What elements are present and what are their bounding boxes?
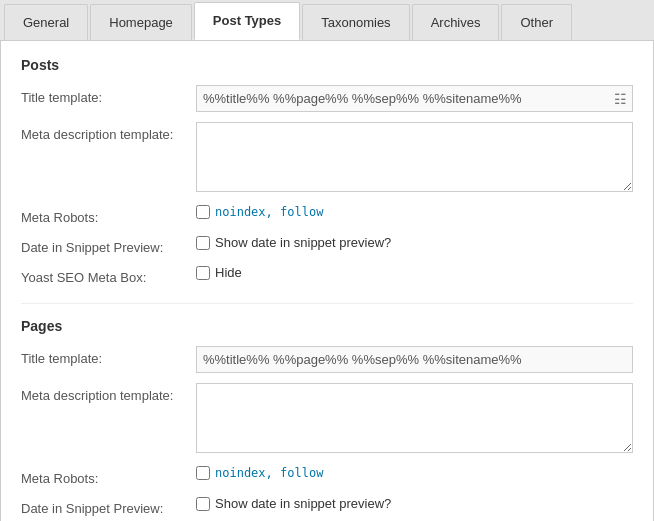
- posts-yoast-meta-checkbox-label: Hide: [215, 265, 242, 280]
- posts-meta-robots-control: noindex, follow: [196, 205, 633, 219]
- posts-title-template-label: Title template:: [21, 85, 196, 105]
- pages-meta-robots-checkbox[interactable]: [196, 466, 210, 480]
- pages-title-template-control: [196, 346, 633, 373]
- pages-date-snippet-control: Show date in snippet preview?: [196, 496, 633, 511]
- pages-meta-robots-row: Meta Robots: noindex, follow: [21, 466, 633, 486]
- tab-taxonomies[interactable]: Taxonomies: [302, 4, 409, 40]
- posts-meta-robots-row: Meta Robots: noindex, follow: [21, 205, 633, 225]
- content-area: Posts Title template: ☷ Meta description…: [0, 41, 654, 521]
- tab-bar: General Homepage Post Types Taxonomies A…: [0, 0, 654, 41]
- pages-date-snippet-row: Date in Snippet Preview: Show date in sn…: [21, 496, 633, 516]
- tab-post-types[interactable]: Post Types: [194, 2, 300, 40]
- posts-title-template-input[interactable]: [196, 85, 633, 112]
- pages-meta-desc-textarea[interactable]: [196, 383, 633, 453]
- tab-other[interactable]: Other: [501, 4, 572, 40]
- posts-title-template-row: Title template: ☷: [21, 85, 633, 112]
- tab-archives[interactable]: Archives: [412, 4, 500, 40]
- posts-meta-desc-textarea[interactable]: [196, 122, 633, 192]
- posts-yoast-meta-label: Yoast SEO Meta Box:: [21, 265, 196, 285]
- posts-date-snippet-label: Date in Snippet Preview:: [21, 235, 196, 255]
- pages-meta-robots-label: Meta Robots:: [21, 466, 196, 486]
- posts-yoast-meta-control: Hide: [196, 265, 633, 280]
- posts-meta-desc-row: Meta description template:: [21, 122, 633, 195]
- pages-meta-desc-control: [196, 383, 633, 456]
- posts-title-template-control: ☷: [196, 85, 633, 112]
- pages-title-template-label: Title template:: [21, 346, 196, 366]
- posts-date-snippet-checkbox-label: Show date in snippet preview?: [215, 235, 391, 250]
- tab-general[interactable]: General: [4, 4, 88, 40]
- posts-date-snippet-control: Show date in snippet preview?: [196, 235, 633, 250]
- posts-meta-desc-control: [196, 122, 633, 195]
- pages-section: Pages Title template: Meta description t…: [21, 318, 633, 521]
- pages-title-template-input[interactable]: [196, 346, 633, 373]
- posts-meta-desc-label: Meta description template:: [21, 122, 196, 142]
- posts-meta-robots-label: Meta Robots:: [21, 205, 196, 225]
- section-divider: [21, 303, 633, 304]
- posts-section: Posts Title template: ☷ Meta description…: [21, 57, 633, 285]
- posts-date-snippet-checkbox[interactable]: [196, 236, 210, 250]
- pages-date-snippet-checkbox-label: Show date in snippet preview?: [215, 496, 391, 511]
- pages-meta-robots-control: noindex, follow: [196, 466, 633, 480]
- pages-date-snippet-label: Date in Snippet Preview:: [21, 496, 196, 516]
- pages-date-snippet-checkbox[interactable]: [196, 497, 210, 511]
- posts-yoast-meta-checkbox[interactable]: [196, 266, 210, 280]
- tab-homepage[interactable]: Homepage: [90, 4, 192, 40]
- posts-date-snippet-row: Date in Snippet Preview: Show date in sn…: [21, 235, 633, 255]
- posts-meta-robots-value: noindex, follow: [215, 205, 323, 219]
- pages-meta-desc-row: Meta description template:: [21, 383, 633, 456]
- pages-section-title: Pages: [21, 318, 633, 334]
- pages-title-template-row: Title template:: [21, 346, 633, 373]
- posts-section-title: Posts: [21, 57, 633, 73]
- posts-title-insert-icon[interactable]: ☷: [614, 91, 627, 107]
- posts-yoast-meta-row: Yoast SEO Meta Box: Hide: [21, 265, 633, 285]
- pages-meta-desc-label: Meta description template:: [21, 383, 196, 403]
- posts-meta-robots-checkbox[interactable]: [196, 205, 210, 219]
- pages-meta-robots-value: noindex, follow: [215, 466, 323, 480]
